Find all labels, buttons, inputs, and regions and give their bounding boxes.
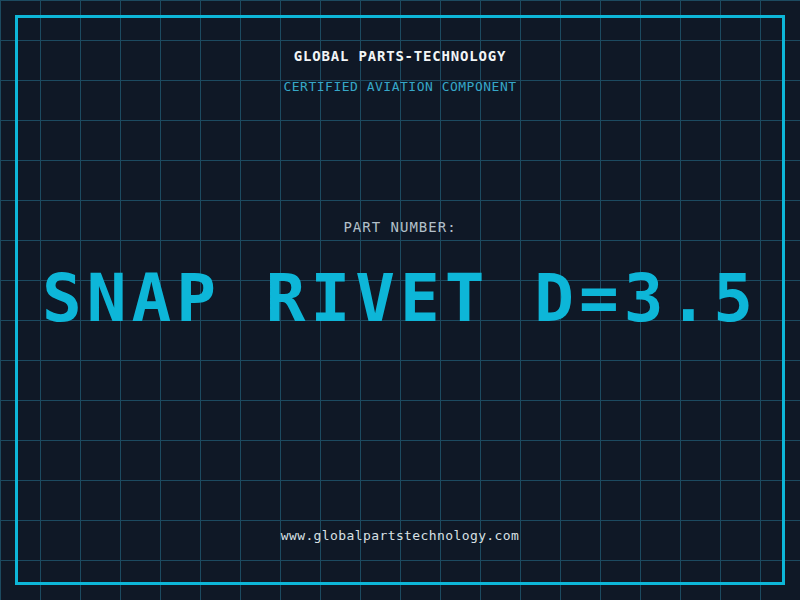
part-number-value: SNAP RIVET D=3.5 <box>0 263 800 335</box>
blueprint-canvas: GLOBAL PARTS-TECHNOLOGY CERTIFIED AVIATI… <box>0 0 800 600</box>
part-number-label: PART NUMBER: <box>0 218 800 236</box>
certification-tagline: CERTIFIED AVIATION COMPONENT <box>0 79 800 95</box>
website-url: www.globalpartstechnology.com <box>0 527 800 545</box>
company-name: GLOBAL PARTS-TECHNOLOGY <box>0 47 800 65</box>
